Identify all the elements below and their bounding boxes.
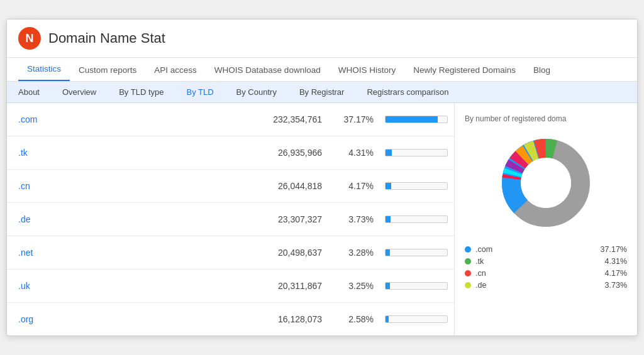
tld-label[interactable]: .uk (7, 270, 76, 302)
legend-item-de: .de 3.73% (465, 281, 627, 290)
tld-count: 20,311,867 (76, 270, 328, 302)
main-nav: Statistics Custom reports API access WHO… (7, 58, 637, 82)
subnav-by-tld-type[interactable]: By TLD type (108, 82, 175, 102)
nav-whois-history[interactable]: WHOIS History (330, 59, 405, 81)
tld-pct: 37.17% (328, 103, 379, 136)
table-row: .uk 20,311,867 3.25% (7, 270, 454, 303)
legend-label-tk: .tk (475, 257, 600, 266)
tld-bar (379, 204, 454, 234)
subnav-by-tld[interactable]: By TLD (175, 82, 225, 102)
app-logo: N (18, 27, 41, 50)
chart-legend: .com 37.17% .tk 4.31% .cn 4.17% .de 3.73… (465, 245, 627, 293)
legend-dot-tk (465, 258, 471, 265)
tld-pct: 3.25% (328, 270, 379, 302)
legend-item-com: .com 37.17% (465, 245, 627, 254)
subnav-about[interactable]: About (7, 82, 51, 102)
subnav-overview[interactable]: Overview (51, 82, 108, 102)
tld-pct: 3.28% (328, 236, 379, 269)
tld-pct: 3.73% (328, 203, 379, 236)
legend-dot-cn (465, 270, 471, 276)
legend-item-tk: .tk 4.31% (465, 257, 627, 266)
tld-count: 26,935,966 (76, 136, 328, 169)
tld-count: 16,128,073 (76, 303, 328, 336)
chart-section: By number of registered doma (455, 103, 637, 336)
tld-table: .com 232,354,761 37.17% .tk 26,935,966 4… (7, 103, 455, 336)
legend-dot-de (465, 282, 471, 288)
app-window: N Domain Name Stat Statistics Custom rep… (6, 19, 638, 336)
tld-bar (379, 271, 454, 301)
app-header: N Domain Name Stat (7, 19, 637, 58)
nav-whois-db[interactable]: WHOIS Database download (206, 59, 330, 81)
nav-api-access[interactable]: API access (145, 59, 206, 81)
chart-title: By number of registered doma (465, 114, 566, 123)
legend-label-de: .de (475, 281, 600, 290)
tld-bar (379, 171, 454, 201)
legend-label-com: .com (475, 245, 596, 254)
table-row: .de 23,307,327 3.73% (7, 203, 454, 236)
table-row: .cn 26,044,818 4.17% (7, 170, 454, 203)
tld-pct: 4.31% (328, 136, 379, 169)
table-row: .net 20,498,637 3.28% (7, 236, 454, 270)
subnav-by-registrar[interactable]: By Registrar (288, 82, 356, 102)
donut-svg (492, 129, 599, 236)
tld-count: 23,307,327 (76, 203, 328, 236)
legend-dot-com (465, 246, 471, 253)
legend-label-cn: .cn (475, 269, 600, 278)
subnav-by-country[interactable]: By Country (225, 82, 288, 102)
tld-label[interactable]: .tk (7, 136, 76, 169)
tld-pct: 4.17% (328, 170, 379, 202)
table-row: .org 16,128,073 2.58% (7, 303, 454, 336)
tld-label[interactable]: .org (7, 303, 76, 336)
legend-pct-cn: 4.17% (605, 269, 627, 278)
svg-point-10 (521, 158, 571, 208)
nav-statistics[interactable]: Statistics (18, 58, 70, 81)
tld-count: 26,044,818 (76, 170, 328, 202)
main-content: .com 232,354,761 37.17% .tk 26,935,966 4… (7, 103, 637, 336)
table-row: .tk 26,935,966 4.31% (7, 136, 454, 170)
tld-count: 232,354,761 (76, 103, 328, 136)
tld-pct: 2.58% (328, 303, 379, 336)
legend-pct-de: 3.73% (605, 281, 627, 290)
table-row: .com 232,354,761 37.17% (7, 103, 454, 136)
logo-letter: N (26, 32, 34, 45)
tld-label[interactable]: .com (7, 103, 76, 136)
legend-pct-com: 37.17% (601, 245, 627, 254)
tld-label[interactable]: .net (7, 236, 76, 269)
donut-chart (492, 129, 599, 236)
tld-count: 20,498,637 (76, 236, 328, 269)
nav-custom-reports[interactable]: Custom reports (70, 59, 145, 81)
tld-bar (379, 238, 454, 268)
tld-label[interactable]: .de (7, 203, 76, 236)
tld-bar (379, 304, 454, 334)
tld-label[interactable]: .cn (7, 170, 76, 202)
tld-bar (379, 104, 454, 134)
subnav-registrars-comparison[interactable]: Registrars comparison (355, 82, 460, 102)
app-title: Domain Name Stat (48, 30, 165, 46)
sub-nav: About Overview By TLD type By TLD By Cou… (7, 82, 637, 103)
nav-newly-registered[interactable]: Newly Registered Domains (404, 59, 525, 81)
legend-pct-tk: 4.31% (605, 257, 627, 266)
legend-item-cn: .cn 4.17% (465, 269, 627, 278)
tld-bar (379, 138, 454, 168)
nav-blog[interactable]: Blog (525, 59, 559, 81)
